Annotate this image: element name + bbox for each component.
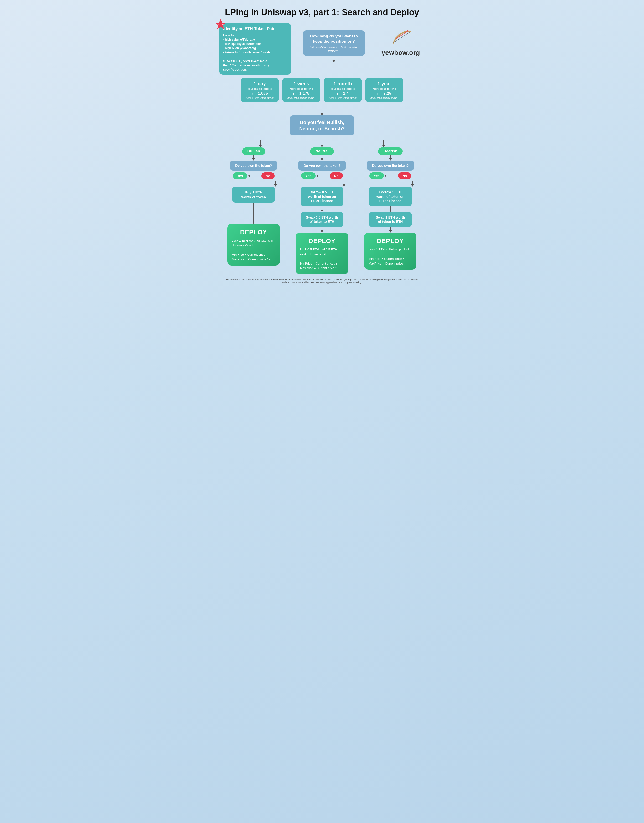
bearish-yes-no-row: Yes No [370, 172, 411, 179]
bearish-yes-pill: Yes [370, 172, 384, 179]
period-1month: 1 month Your scaling factor is r = 1.4 (… [324, 78, 362, 102]
neutral-yes-no-row: Yes No [301, 172, 343, 179]
neutral-deploy-title: DEPLOY [300, 236, 344, 246]
howlong-area: How long do you want to keep the positio… [291, 23, 377, 62]
neutral-deploy-body: Lock 0.5 ETH and 0.5 ETH worth of tokens… [300, 247, 344, 271]
period-1year-note: (90% of time within range) [368, 97, 400, 100]
period-1day-sub: Your scaling factor is [244, 87, 276, 90]
period-1year-formula: r = 3.25 [368, 90, 400, 97]
neutral-no-pill: No [330, 172, 343, 179]
bear-arrow2 [411, 181, 414, 187]
neutral-own-question: Do you own the token? [298, 161, 346, 170]
bearish-lr-arrow [386, 176, 396, 176]
bullish-label: Bullish [242, 147, 265, 155]
bearish-label: Bearish [378, 147, 403, 155]
sentiment-branch-connector [234, 135, 410, 147]
period-1day-formula: r = 1.065 [244, 90, 276, 97]
bullish-yes-no-row: Yes No [233, 172, 274, 179]
header-section: start here Identify an ETH-Token Pair Lo… [219, 23, 425, 75]
bearish-deploy-box: DEPLOY Lock 1 ETH in Uniswap v3 with:Min… [364, 233, 417, 270]
bearish-swap-box: Swap 1 ETH worth of token to ETH [369, 212, 412, 227]
neutral-inner: Neutral Do you own the token? Yes No [293, 147, 351, 274]
period-1month-title: 1 month [327, 80, 359, 87]
logo-area: yewbow.org [377, 23, 425, 57]
bullish-no-col: No [261, 172, 274, 179]
logo-text: yewbow.org [382, 49, 420, 57]
svg-line-2 [395, 31, 408, 39]
neutral-lr-arrow [318, 176, 328, 176]
bullish-column: Bullish Do you own the token? Yes [219, 147, 288, 274]
three-columns: Bullish Do you own the token? Yes [219, 147, 425, 274]
neut-arrow1 [320, 155, 324, 161]
period-1day-note: (90% of time within range) [244, 97, 276, 100]
period-1day-title: 1 day [244, 80, 276, 87]
neutral-swap-box: Swap 0.5 ETH worth of token to ETH [301, 212, 343, 227]
neutral-borrow-box: Borrow 0.5 ETH worth of token on Euler F… [301, 187, 343, 206]
neut-arrow4 [320, 227, 324, 233]
period-1week: 1 week Your scaling factor is r = 1.175 … [282, 78, 320, 102]
identify-title: Identify an ETH-Token Pair [223, 26, 287, 32]
bearish-borrow-box: Borrow 1 ETH worth of token on Euler Fin… [369, 187, 412, 206]
periods-row: 1 day Your scaling factor is r = 1.065 (… [219, 78, 425, 102]
period-1week-title: 1 week [285, 80, 317, 87]
period-1month-sub: Your scaling factor is [327, 87, 359, 90]
period-1month-formula: r = 1.4 [327, 90, 359, 97]
neutral-yes-pill: Yes [301, 172, 316, 179]
howlong-box: How long do you want to keep the positio… [303, 30, 365, 56]
start-badge: start here [215, 18, 227, 30]
bullish-deploy-box: DEPLOY Lock 1 ETH worth of tokens in Uni… [227, 224, 280, 265]
period-1year-title: 1 year [368, 80, 400, 87]
bullish-no-pill: No [261, 172, 274, 179]
disclaimer: The contents on this post are for inform… [219, 278, 425, 284]
bullish-yes-pill: Yes [233, 172, 247, 179]
bearish-own-question: Do you own the token? [366, 161, 414, 170]
bullish-inner: Bullish Do you own the token? Yes [225, 147, 282, 265]
bullish-deploy-title: DEPLOY [232, 228, 276, 237]
bear-arrow4 [389, 227, 392, 233]
bearish-column: Bearish Do you own the token? Yes No [356, 147, 425, 274]
period-1week-sub: Your scaling factor is [285, 87, 317, 90]
neutral-lr-line [318, 176, 328, 176]
bear-arrow3 [389, 206, 392, 212]
identify-box: start here Identify an ETH-Token Pair Lo… [219, 23, 291, 75]
bearish-inner: Bearish Do you own the token? Yes No [362, 147, 419, 270]
howlong-down-connector [333, 56, 335, 62]
neutral-deploy-box: DEPLOY Lock 0.5 ETH and 0.5 ETH worth of… [296, 233, 348, 274]
bullish-buy-box: Buy 1 ETH worth of token [232, 187, 275, 202]
sentiment-box: Do you feel Bullish, Neutral, or Bearish… [290, 115, 354, 135]
period-1year: 1 year Your scaling factor is r = 3.25 (… [365, 78, 403, 102]
bullish-lr-line [250, 176, 259, 176]
period-1day: 1 day Your scaling factor is r = 1.065 (… [241, 78, 279, 102]
neut-arrow3 [320, 206, 324, 212]
flowchart: start here Identify an ETH-Token Pair Lo… [219, 23, 425, 284]
period-1week-note: (90% of time within range) [285, 97, 317, 100]
merge-connector [234, 104, 410, 115]
bull-arrow3 [252, 202, 255, 224]
howlong-subtitle: ** all calculations assume 100% annualiz… [308, 46, 360, 52]
bow-icon [389, 28, 412, 47]
bullish-yes-col: Yes [233, 172, 247, 179]
bull-arrow1 [252, 155, 255, 161]
period-1year-sub: Your scaling factor is [368, 87, 400, 90]
neutral-label: Neutral [310, 147, 334, 155]
page-title: LPing in Uniswap v3, part 1: Search and … [219, 7, 425, 17]
period-1month-note: (90% of time within range) [327, 97, 359, 100]
bearish-deploy-title: DEPLOY [368, 236, 412, 246]
neut-arrow2 [342, 181, 345, 187]
identify-body: Look for:- high volume/TVL ratio- low li… [223, 33, 287, 72]
bullish-lr-arrow [250, 176, 259, 176]
howlong-title: How long do you want to keep the positio… [308, 34, 360, 44]
bullish-own-question: Do you own the token? [230, 161, 278, 170]
start-area: start here Identify an ETH-Token Pair Lo… [219, 23, 291, 75]
bearish-no-pill: No [398, 172, 411, 179]
bearish-deploy-body: Lock 1 ETH in Uniswap v3 with:MinPrice =… [368, 247, 412, 266]
period-1week-formula: r = 1.175 [285, 90, 317, 97]
bull-arrow2 [274, 181, 277, 187]
bearish-lr-line [386, 176, 396, 176]
bullish-deploy-body: Lock 1 ETH worth of tokens in Uniswap v3… [232, 238, 276, 262]
bear-arrow1 [389, 155, 392, 161]
neutral-column: Neutral Do you own the token? Yes No [288, 147, 356, 274]
